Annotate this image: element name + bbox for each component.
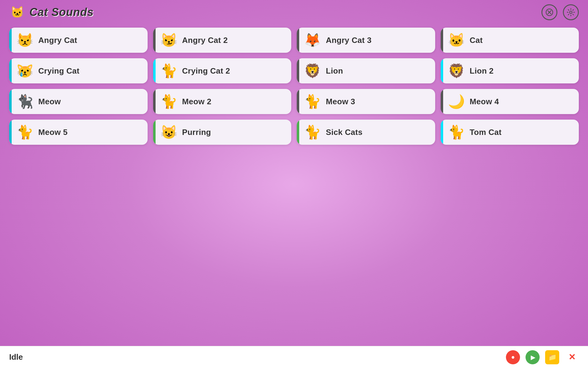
settings-button[interactable]: [563, 4, 579, 20]
meow-icon: 🐈‍⬛: [17, 94, 33, 109]
tom-cat-label: Tom Cat: [470, 128, 502, 137]
crying-cat-label: Crying Cat: [38, 66, 79, 76]
sick-cats-label: Sick Cats: [326, 128, 363, 137]
record-button[interactable]: ●: [506, 350, 520, 364]
meow-4-icon: 🌙: [448, 94, 465, 109]
status-text: Idle: [9, 352, 500, 362]
header: 🐱 Cat Sounds: [0, 0, 588, 25]
meow-5-label: Meow 5: [38, 128, 68, 137]
tom-cat-icon: 🐈: [448, 124, 465, 140]
meow-label: Meow: [38, 97, 61, 106]
header-left: 🐱 Cat Sounds: [9, 4, 94, 20]
angry-cat-3-icon: 🦊: [304, 32, 321, 48]
angry-cat-3-label: Angry Cat 3: [326, 36, 371, 45]
meow-3-label: Meow 3: [326, 97, 355, 106]
meow-2-label: Meow 2: [182, 97, 212, 106]
sound-btn-cat[interactable]: 🐱Cat: [441, 28, 579, 53]
sound-btn-crying-cat-2[interactable]: 🐈Crying Cat 2: [153, 58, 292, 83]
lion-2-icon: 🦁: [448, 63, 465, 79]
header-right: [541, 4, 579, 20]
meow-2-icon: 🐈: [160, 94, 177, 109]
status-controls: ● ▶ 📁 ✕: [506, 350, 579, 364]
lion-icon: 🦁: [304, 63, 321, 79]
sound-btn-meow[interactable]: 🐈‍⬛Meow: [9, 89, 148, 114]
sound-btn-lion[interactable]: 🦁Lion: [297, 58, 435, 83]
angry-cat-label: Angry Cat: [38, 36, 77, 45]
sound-btn-meow-3[interactable]: 🐈Meow 3: [297, 89, 435, 114]
meow-5-icon: 🐈: [17, 124, 33, 140]
meow-4-label: Meow 4: [470, 97, 499, 106]
sound-btn-crying-cat[interactable]: 😿Crying Cat: [9, 58, 148, 83]
angry-cat-icon: 😾: [17, 32, 33, 48]
purring-icon: 😺: [160, 124, 177, 140]
app-icon: 🐱: [9, 4, 25, 20]
purring-label: Purring: [182, 128, 211, 137]
angry-cat-2-icon: 😼: [160, 32, 177, 48]
lion-label: Lion: [326, 66, 343, 76]
sound-btn-purring[interactable]: 😺Purring: [153, 120, 292, 145]
lion-2-label: Lion 2: [470, 66, 494, 76]
sound-btn-lion-2[interactable]: 🦁Lion 2: [441, 58, 579, 83]
sound-btn-angry-cat-2[interactable]: 😼Angry Cat 2: [153, 28, 292, 53]
sick-cats-icon: 🐈: [304, 124, 321, 140]
cat-icon: 🐱: [448, 32, 465, 48]
sound-btn-sick-cats[interactable]: 🐈Sick Cats: [297, 120, 435, 145]
svg-point-3: [570, 11, 572, 13]
close-button[interactable]: [541, 4, 557, 20]
sound-btn-angry-cat[interactable]: 😾Angry Cat: [9, 28, 148, 53]
crying-cat-2-icon: 🐈: [160, 63, 177, 79]
sound-btn-meow-5[interactable]: 🐈Meow 5: [9, 120, 148, 145]
app-title: Cat Sounds: [29, 6, 94, 19]
sound-btn-meow-2[interactable]: 🐈Meow 2: [153, 89, 292, 114]
angry-cat-2-label: Angry Cat 2: [182, 36, 228, 45]
meow-3-icon: 🐈: [304, 94, 321, 109]
sound-grid: 😾Angry Cat😼Angry Cat 2🦊Angry Cat 3🐱Cat😿C…: [0, 25, 588, 154]
cat-label: Cat: [470, 36, 483, 45]
play-button[interactable]: ▶: [526, 350, 540, 364]
sound-btn-tom-cat[interactable]: 🐈Tom Cat: [441, 120, 579, 145]
crying-cat-2-label: Crying Cat 2: [182, 66, 230, 76]
sound-btn-angry-cat-3[interactable]: 🦊Angry Cat 3: [297, 28, 435, 53]
sound-btn-meow-4[interactable]: 🌙Meow 4: [441, 89, 579, 114]
stop-button[interactable]: ✕: [565, 350, 579, 364]
crying-cat-icon: 😿: [17, 63, 33, 79]
folder-button[interactable]: 📁: [545, 350, 559, 364]
status-bar: Idle ● ▶ 📁 ✕: [0, 346, 588, 368]
